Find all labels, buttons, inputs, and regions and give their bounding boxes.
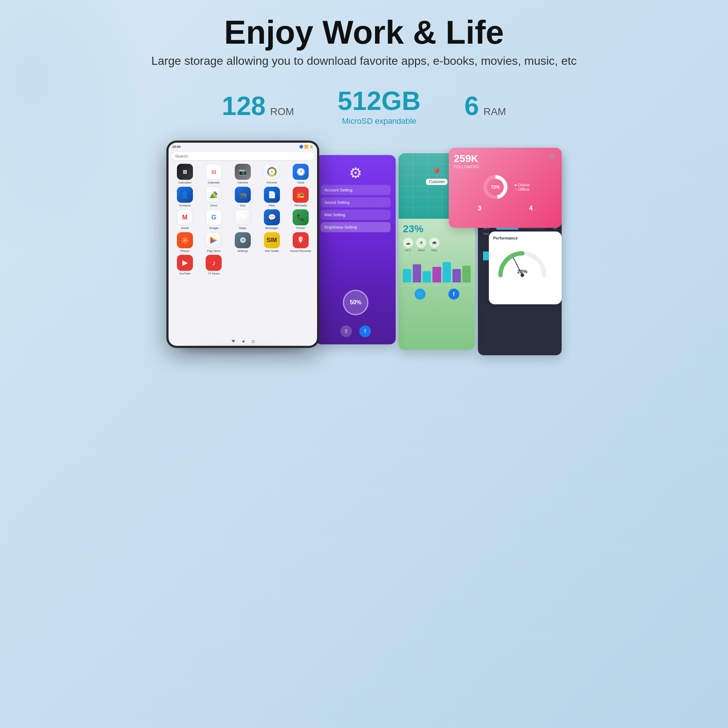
app-clock[interactable]: 🕐 Clock <box>287 164 314 185</box>
settings-panel: ⚙ Account Setting Sound Setting Mail Set… <box>316 155 396 344</box>
playstore-icon <box>206 232 222 248</box>
gmail-label: Gmail <box>181 226 188 230</box>
svg-text:23%: 23% <box>517 269 528 274</box>
soundrecorder-label: Sound Recorder <box>290 249 311 253</box>
app-chrome[interactable]: Chrome <box>258 164 285 185</box>
percent-circle: 50% <box>343 290 369 315</box>
status-time: 10:04 <box>172 145 180 148</box>
home-button[interactable] <box>242 340 245 343</box>
settings-item-sound[interactable]: Sound Setting <box>321 197 391 208</box>
app-grid: ⊞ Calculator 31 Calendar 📷 Camera <box>168 162 317 278</box>
stats-left: 259K FOLLOWERS <box>454 153 479 169</box>
chrome-center <box>271 170 273 173</box>
youtube-label: YouTube <box>179 272 190 275</box>
settings-percentage: 50% <box>343 290 369 315</box>
status-bar: 10:04 🔵 📶 🔋 <box>168 143 317 151</box>
stats-header: 259K FOLLOWERS 🛒 <box>454 153 557 169</box>
simtoolkit-icon: SIM <box>264 232 280 248</box>
duo-icon: 📹 <box>235 187 251 203</box>
rom-value: 128 <box>222 91 266 121</box>
donut-container: 72% ● Online ○ Offline <box>454 173 557 202</box>
files-label: Files <box>269 204 275 208</box>
storage-label: MicroSD expandable <box>338 116 421 126</box>
app-camera[interactable]: 📷 Camera <box>229 164 256 185</box>
app-calculator[interactable]: ⊞ Calculator <box>171 164 198 185</box>
stats-value: 259K <box>454 153 479 165</box>
ytmusic-label: YT Music <box>208 272 220 275</box>
chart-bar-3 <box>423 271 431 283</box>
search-placeholder: Search <box>175 154 188 158</box>
app-messages[interactable]: 💬 Messages <box>258 209 285 230</box>
gauge-title: Performance <box>493 236 557 240</box>
settings-item-brightness[interactable]: Brightness Setting <box>321 222 391 232</box>
stat-num-4: 4 <box>529 205 532 212</box>
cart-icon: 🛒 <box>549 153 557 161</box>
app-youtube[interactable]: ▶ YouTube <box>171 255 198 275</box>
app-drive[interactable]: Drive <box>200 187 228 208</box>
photos-label: Photos <box>180 249 189 253</box>
map-customer-label: Customer <box>426 179 447 185</box>
recents-button[interactable] <box>252 340 254 343</box>
status-icons: 🔵 📶 🔋 <box>299 145 314 148</box>
playstore-label: Play Store <box>207 249 220 253</box>
panels-wrapper: ⚙ Account Setting Sound Setting Mail Set… <box>316 151 562 355</box>
rain-icon: 🌧 <box>429 238 439 248</box>
calculator-icon: ⊞ <box>177 164 193 180</box>
tablet-body: 10:04 🔵 📶 🔋 Search ⊞ Calcul <box>166 141 319 348</box>
facebook-bottom-icon[interactable]: f <box>448 289 459 300</box>
app-google[interactable]: G Google <box>200 209 228 230</box>
app-gmail[interactable]: M Gmail <box>171 209 198 230</box>
settings-item-account[interactable]: Account Setting <box>321 185 391 195</box>
app-playstore[interactable]: Play Store <box>200 232 228 253</box>
app-soundrecorder[interactable]: 🎙 Sound Recorder <box>287 232 314 253</box>
phone-icon: 📞 <box>293 209 309 225</box>
stats-numbers: 3 4 <box>454 205 557 212</box>
legend-item-2: ○ Offline <box>514 187 530 191</box>
settings-item-mail[interactable]: Mail Setting <box>321 210 391 220</box>
chrome-label: Chrome <box>266 181 277 185</box>
messages-label: Messages <box>265 226 278 230</box>
chart-bar-2 <box>413 264 421 283</box>
google-label: Google <box>209 226 219 230</box>
twitter-icon[interactable]: 🐦 <box>414 289 425 300</box>
app-simtoolkit[interactable]: SIM SIM Toolkit <box>258 232 285 253</box>
fmradio-icon: 📻 <box>293 187 309 203</box>
camera-label: Camera <box>238 181 248 185</box>
search-bar[interactable]: Search <box>171 152 314 160</box>
app-duo[interactable]: 📹 Duo <box>229 187 256 208</box>
weather-rain: 🌧 Rain <box>429 238 439 252</box>
facebook-icon[interactable]: f <box>359 326 371 337</box>
app-phone[interactable]: 📞 Phone <box>287 209 314 230</box>
drive-icon <box>206 187 222 203</box>
files-icon: 📄 <box>264 187 280 203</box>
weather-icons: ☁ 18°C ☀ Wind 🌧 Rain <box>403 238 471 252</box>
svg-text:72%: 72% <box>491 185 500 190</box>
app-contacts[interactable]: 👤 Contacts <box>171 187 198 208</box>
stats-top-panel: 259K FOLLOWERS 🛒 72% ● Online ○ Offline <box>449 148 562 228</box>
stat-num-3: 3 <box>477 205 481 212</box>
weather-sun: ☀ Wind <box>416 238 426 252</box>
settings-label: Settings <box>238 249 248 253</box>
app-fmradio[interactable]: 📻 FM Radio <box>287 187 314 208</box>
share-icon[interactable]: ⇧ <box>340 326 352 337</box>
app-calendar[interactable]: 31 Calendar <box>200 164 228 185</box>
social-icons: 🐦 f <box>399 285 475 303</box>
page-subtitle: Large storage allowing you to download f… <box>0 54 728 68</box>
tablet-shadow <box>182 346 304 353</box>
chart-bar-1 <box>403 269 411 283</box>
app-maps[interactable]: 🗺 Maps <box>229 209 256 230</box>
calendar-label: Calendar <box>208 181 219 185</box>
weather-rain-label: Rain <box>431 249 437 252</box>
app-files[interactable]: 📄 Files <box>258 187 285 208</box>
weather-temp: 18°C <box>405 249 411 252</box>
chart-bar-7 <box>462 266 471 283</box>
maps-icon: 🗺 <box>235 209 251 225</box>
app-photos[interactable]: Photos <box>171 232 198 253</box>
app-ytmusic[interactable]: ♪ YT Music <box>200 255 228 275</box>
battery-icon: 🔋 <box>309 145 314 148</box>
app-settings[interactable]: ⚙ Settings <box>229 232 256 253</box>
back-button[interactable] <box>231 340 235 343</box>
donut-legend: ● Online ○ Offline <box>514 183 530 191</box>
ram-label: RAM <box>483 106 506 117</box>
simtoolkit-label: SIM Toolkit <box>265 249 279 253</box>
